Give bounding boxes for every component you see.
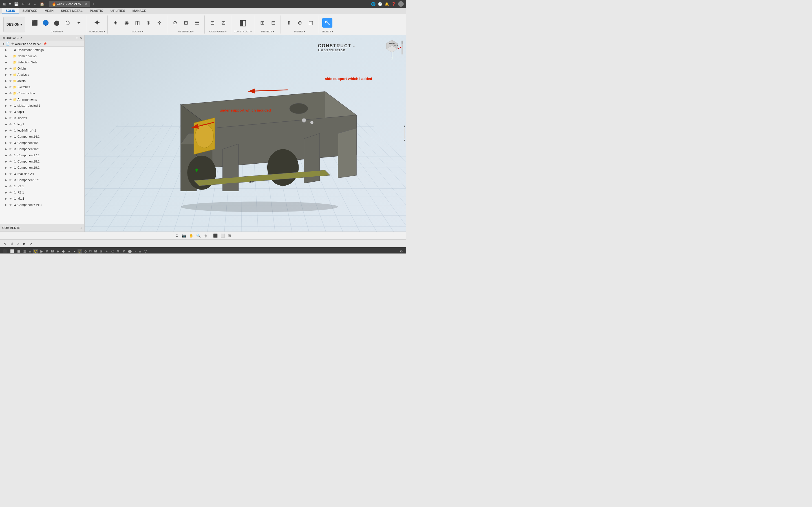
sidebar-item-named-views[interactable]: ▶ 📁 Named Views <box>0 53 84 59</box>
eye-icon[interactable]: 👁 <box>8 98 12 101</box>
eye-icon[interactable]: 👁 <box>8 203 12 207</box>
visual-style-icon[interactable]: ⬜ <box>220 233 226 238</box>
tl-icon-3[interactable]: ◼ <box>16 249 21 253</box>
tl-icon-17[interactable]: ✦ <box>105 249 109 253</box>
create-torus-btn[interactable]: ⬡ <box>63 19 73 26</box>
tl-icon-22[interactable]: ◦ <box>134 249 137 253</box>
look-at-icon[interactable]: 📷 <box>181 233 187 238</box>
eye-icon[interactable]: 👁 <box>8 142 12 145</box>
assemble-bom-btn[interactable]: ☰ <box>192 19 202 26</box>
sidebar-item-arrangements[interactable]: ▶ 👁 📁 Arrangements <box>0 96 84 103</box>
tl-icon-19[interactable]: ⊕ <box>116 249 120 253</box>
modify-combine-btn[interactable]: ⊕ <box>144 19 154 26</box>
sidebar-item-component19[interactable]: ▶ 👁 🗂 Component19:1 <box>0 165 84 171</box>
clock-icon[interactable]: 🕐 <box>378 2 382 6</box>
eye-icon[interactable]: 👁 <box>8 160 12 163</box>
anim-prev-icon[interactable]: ◁ <box>9 241 14 246</box>
insert-decal-btn[interactable]: ⊕ <box>295 19 305 26</box>
sidebar-item-component7v1[interactable]: ▶ 👁 🗂 Component7 v1:1 <box>0 202 84 208</box>
tl-icon-active-2[interactable]: ⬡ <box>78 249 82 253</box>
sidebar-item-m1[interactable]: ▶ 👁 🗂 M1:1 <box>0 195 84 202</box>
assemble-component-btn[interactable]: ⊞ <box>181 19 191 26</box>
eye-icon[interactable]: 👁 <box>8 197 12 200</box>
browser-root-item[interactable]: ▼ 📄 👁 week12 cnc v1 v7 📌 <box>0 41 84 47</box>
menu-icon[interactable]: ≡ <box>8 1 12 7</box>
browser-add-icon[interactable]: + <box>76 36 78 40</box>
fit-icon[interactable]: ◎ <box>203 233 207 238</box>
sidebar-item-leg1[interactable]: ▶ 👁 🗂 leg:1 <box>0 121 84 127</box>
tab-sheet-metal[interactable]: SHEET METAL <box>57 8 86 14</box>
home-icon[interactable]: 🏠 <box>39 1 45 7</box>
sidebar-item-side2[interactable]: ▶ 👁 🗂 side2:1 <box>0 115 84 121</box>
redo-icon[interactable]: ↪ <box>27 1 31 7</box>
eye-icon[interactable]: 👁 <box>8 123 12 126</box>
sidebar-item-origin[interactable]: ▶ 👁 📁 Origin <box>0 65 84 71</box>
sidebar-item-top[interactable]: ▶ 👁 🗂 top:1 <box>0 109 84 115</box>
eye-icon[interactable]: 👁 <box>8 79 12 82</box>
tl-icon-active-1[interactable]: ⬡ <box>33 249 38 253</box>
eye-icon[interactable]: 👁 <box>8 172 12 175</box>
eye-icon[interactable]: 👁 <box>8 110 12 114</box>
select-btn[interactable]: ↖ <box>322 18 333 27</box>
eye-icon[interactable]: 👁 <box>8 179 12 182</box>
display-mode-icon[interactable]: ⬛ <box>212 233 218 238</box>
browser-close-icon[interactable]: ✕ <box>80 36 82 40</box>
eye-icon[interactable]: 👁 <box>8 92 12 95</box>
sidebar-item-component14[interactable]: ▶ 👁 🗂 Component14:1 <box>0 133 84 140</box>
save-icon[interactable]: 💾 <box>13 1 19 7</box>
tl-icon-5[interactable]: △ <box>28 249 32 253</box>
tl-icon-18[interactable]: ◎ <box>110 249 115 253</box>
tab-utilities[interactable]: UTILITIES <box>107 8 129 14</box>
inspect-measure-btn[interactable]: ⊞ <box>257 19 267 26</box>
insert-canvas-btn[interactable]: ◫ <box>306 19 316 26</box>
modify-move-btn[interactable]: ✛ <box>154 19 165 26</box>
anim-play-icon[interactable]: ▷ <box>15 241 20 246</box>
inspect-analysis-btn[interactable]: ⊟ <box>268 19 278 26</box>
back-icon[interactable]: ← <box>33 1 38 7</box>
tl-icon-23[interactable]: △ <box>138 249 142 253</box>
tl-icon-24[interactable]: ▽ <box>143 249 147 253</box>
tl-icon-13[interactable]: ◇ <box>83 249 87 253</box>
tl-icon-6[interactable]: ◉ <box>39 249 43 253</box>
sidebar-item-component16[interactable]: ▶ 👁 🗂 Component16:1 <box>0 146 84 152</box>
environment-icon[interactable]: ⊞ <box>227 233 232 238</box>
tab-manage[interactable]: MANAGE <box>129 8 150 14</box>
select-group-label[interactable]: SELECT ▾ <box>321 30 333 33</box>
root-eye-icon[interactable]: 👁 <box>11 42 14 45</box>
eye-icon[interactable]: 👁 <box>8 148 12 151</box>
tl-icon-21[interactable]: ⬤ <box>127 249 133 253</box>
tl-icon-2[interactable]: ⬜ <box>9 249 15 253</box>
tl-icon-16[interactable]: ⊞ <box>99 249 103 253</box>
automate-btn[interactable]: ✦ <box>92 18 102 27</box>
sidebar-item-leg1-mirror[interactable]: ▶ 👁 🗂 leg1(Mirror):1 <box>0 127 84 133</box>
tl-icon-11[interactable]: ▲ <box>66 249 71 253</box>
tab-close-icon[interactable]: ✕ <box>85 3 87 6</box>
create-extrude-btn[interactable]: ✦ <box>73 19 84 26</box>
viewport-scroll[interactable]: ▲ ▼ <box>404 125 405 142</box>
eye-icon[interactable]: 👁 <box>8 104 12 107</box>
eye-icon[interactable]: 👁 <box>8 129 12 132</box>
anim-last-icon[interactable]: ⊳ <box>29 241 34 246</box>
configure-rule-btn[interactable]: ⊠ <box>218 19 229 26</box>
assemble-joint-btn[interactable]: ⚙ <box>170 19 180 26</box>
eye-icon[interactable]: 👁 <box>8 135 12 138</box>
create-cylinder-btn[interactable]: 🔵 <box>41 19 51 26</box>
sidebar-item-side1-rejected[interactable]: ▶ 👁 🗂 side1_rejected:1 <box>0 103 84 109</box>
pan-icon[interactable]: ✋ <box>188 233 194 238</box>
construct-plane-btn[interactable]: ◧ <box>238 18 248 27</box>
anim-next-icon[interactable]: ▶ <box>22 241 27 246</box>
tl-icon-12[interactable]: ● <box>73 249 77 253</box>
comments-add-icon[interactable]: + <box>80 226 82 230</box>
tl-icon-8[interactable]: ⊟ <box>50 249 55 253</box>
create-box-btn[interactable]: ⬛ <box>30 19 40 26</box>
create-sphere-btn[interactable]: ⬤ <box>52 19 62 26</box>
orbit-icon[interactable]: ⚙ <box>174 233 180 238</box>
active-tab[interactable]: 🔥 week12 cnc v1 v7* ✕ <box>49 1 90 7</box>
sidebar-item-component15[interactable]: ▶ 👁 🗂 Component15:1 <box>0 140 84 146</box>
eye-icon[interactable]: 👁 <box>8 86 12 89</box>
configure-param-btn[interactable]: ⊟ <box>207 19 218 26</box>
zoom-icon[interactable]: 🔍 <box>195 233 202 238</box>
grid-icon[interactable]: ⊞ <box>2 1 7 7</box>
tl-icon-4[interactable]: ◫ <box>22 249 27 253</box>
eye-icon[interactable]: 👁 <box>8 67 12 70</box>
